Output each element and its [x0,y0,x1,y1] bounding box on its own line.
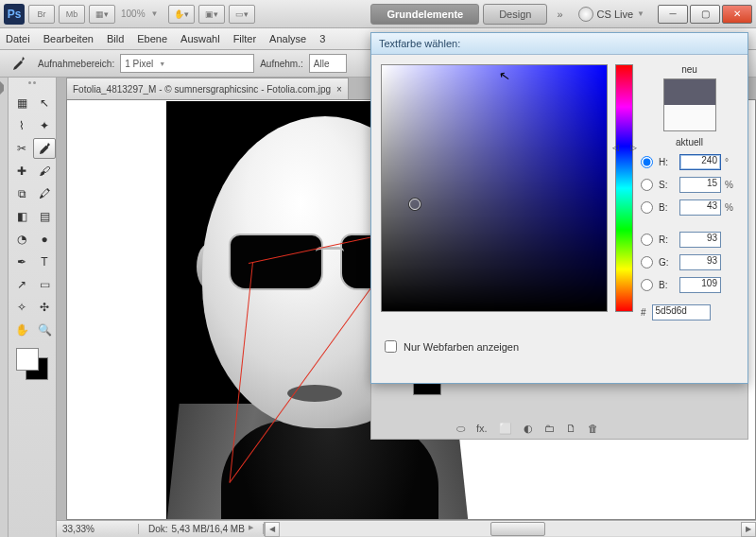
current-color [664,105,715,130]
scroll-thumb[interactable] [490,522,545,536]
sample-size-label: Aufnahmebereich: [38,59,114,69]
ps-logo: Ps [4,4,25,25]
3d-tool[interactable]: ✧ [10,297,33,318]
shape-tool[interactable]: ▭ [33,274,56,295]
field-bl[interactable]: 109 [679,277,721,293]
hex-label: # [641,307,646,318]
folder-icon[interactable]: 🗀 [544,423,555,435]
current-label: aktuell [641,137,738,147]
zoom-label: 100% [121,9,146,19]
3d-camera-tool[interactable]: ✣ [33,297,56,318]
gradient-tool[interactable]: ▤ [33,206,56,227]
menu-edit[interactable]: Bearbeiten [43,33,94,44]
status-docinfo[interactable]: Dok:5,43 MB/16,4 MB▶ [139,524,264,534]
adjust-icon[interactable]: ◐ [524,423,533,435]
stamp-tool[interactable]: ⧉ [10,183,33,204]
sample-from-label: Aufnehm.: [260,59,303,69]
dodge-tool[interactable]: ● [33,229,56,250]
app-titlebar: Ps Br Mb ▦▾ 100%▼ ✋▾ ▣▾ ▭▾ Grundelemente… [0,0,756,28]
lasso-tool[interactable]: ⌇ [10,115,33,136]
radio-bl[interactable] [641,279,653,291]
menu-filter[interactable]: Filter [233,33,256,44]
zoom-dropdown[interactable]: ▼ [151,9,159,18]
radio-r[interactable] [641,234,653,246]
web-colors-checkbox[interactable] [385,340,397,353]
color-swatches[interactable] [16,348,48,380]
minibridge-button[interactable]: Mb [59,5,85,24]
cs-live[interactable]: CS Live▼ [578,7,650,22]
blur-tool[interactable]: ◔ [10,229,33,250]
scroll-left-icon[interactable]: ◀ [265,522,280,537]
field-hex[interactable]: 5d5d6d [652,304,711,320]
eraser-tool[interactable]: ◧ [10,206,33,227]
toolbox-handle[interactable] [11,81,53,89]
heal-tool[interactable]: ✚ [10,161,33,182]
workspace-grundelemente[interactable]: Grundelemente [370,4,479,25]
field-h[interactable]: 240 [679,154,721,170]
menu-select[interactable]: Auswahl [180,33,220,44]
eyedropper-indicator [4,52,32,75]
brush-tool[interactable]: 🖌 [33,161,56,182]
screen-mode-button[interactable]: ▣▾ [198,5,225,24]
hue-thumb[interactable]: ◁▷ [612,143,637,150]
minimize-button[interactable]: ─ [658,5,688,24]
maximize-button[interactable]: ▢ [690,5,720,24]
radio-b[interactable] [641,201,653,214]
eyedropper-tool[interactable] [33,138,56,159]
color-picker-dialog: Textfarbe wählen: ◁▷ neu aktuell H:240° … [370,32,748,384]
radio-s[interactable] [641,179,653,191]
crop-tool[interactable]: ✂ [10,138,33,159]
bridge-button[interactable]: Br [28,5,55,24]
color-cursor[interactable] [409,199,421,210]
arrange-button[interactable]: ▭▾ [229,5,255,24]
sample-from-select[interactable]: Alle [309,54,347,73]
menu-layer[interactable]: Ebene [137,33,167,44]
collapse-gutter[interactable] [0,78,9,537]
hand-tool-button[interactable]: ✋▾ [168,5,195,24]
type-tool[interactable]: T [33,251,56,272]
mask-icon[interactable]: ⬜ [499,423,512,435]
field-g[interactable]: 93 [679,254,721,270]
color-preview [663,78,716,131]
move-tool-alt[interactable]: ↖ [33,93,56,113]
menu-file[interactable]: Datei [6,33,30,44]
zoom-tool[interactable]: 🔍 [33,320,56,340]
field-s[interactable]: 15 [679,177,721,193]
fx-icon[interactable]: fx. [476,423,488,435]
history-brush-tool[interactable]: 🖍 [33,183,56,204]
hand-tool[interactable]: ✋ [10,320,33,340]
saturation-field[interactable] [381,64,608,312]
hue-slider[interactable]: ◁▷ [615,64,633,312]
menu-analyse[interactable]: Analyse [269,33,306,44]
status-bar: 33,33% Dok:5,43 MB/16,4 MB▶ ◀ ▶ [57,520,756,537]
h-scrollbar[interactable]: ◀ ▶ [264,522,756,536]
move-tool[interactable]: ▦ [10,93,33,113]
status-zoom[interactable]: 33,33% [57,524,139,534]
web-colors-label: Nur Webfarben anzeigen [404,341,519,353]
eyedropper-icon [9,55,26,72]
close-button[interactable]: ✕ [722,5,752,24]
fg-swatch[interactable] [16,348,39,371]
newlayer-icon[interactable]: 🗋 [566,423,576,435]
toolbox: ▦↖ ⌇✦ ✂ ✚🖌 ⧉🖍 ◧▤ ◔● ✒T ↗▭ ✧✣ ✋🔍 [9,78,57,537]
new-color [664,79,715,105]
close-tab-icon[interactable]: × [336,84,342,95]
link-icon[interactable]: ⬭ [456,423,465,435]
document-tab[interactable]: Fotolia_4813297_M - © sumnersgraphicsinc… [66,78,349,99]
menu-image[interactable]: Bild [107,33,124,44]
field-b[interactable]: 43 [679,199,721,216]
radio-h[interactable] [641,156,653,168]
path-select-tool[interactable]: ↗ [10,274,33,295]
workspace-design[interactable]: Design [483,4,547,25]
field-r[interactable]: 93 [679,232,721,248]
wand-tool[interactable]: ✦ [33,115,56,136]
scroll-right-icon[interactable]: ▶ [741,522,756,537]
dialog-title[interactable]: Textfarbe wählen: [371,33,747,55]
pen-tool[interactable]: ✒ [10,251,33,272]
layout-button[interactable]: ▦▾ [89,5,115,24]
sample-size-select[interactable]: 1 Pixel▼ [120,54,254,73]
radio-g[interactable] [641,256,653,268]
trash-icon[interactable]: 🗑 [588,423,598,435]
menu-3d[interactable]: 3 [319,33,325,44]
workspace-more[interactable]: » [557,9,562,20]
